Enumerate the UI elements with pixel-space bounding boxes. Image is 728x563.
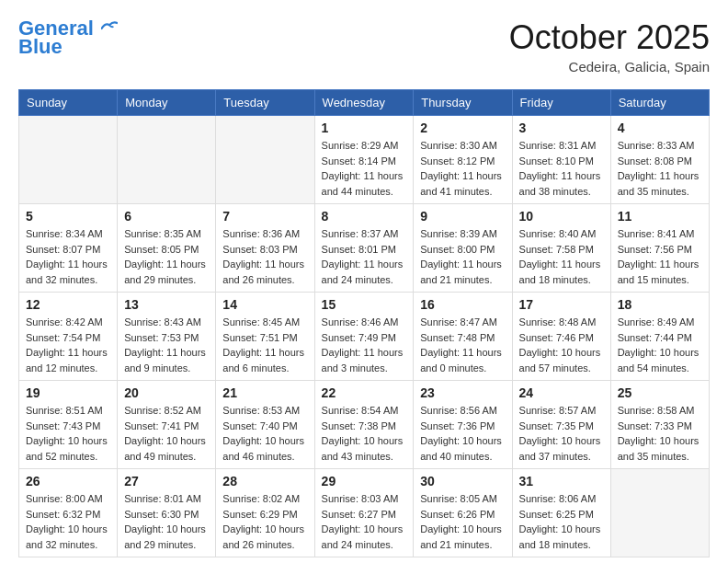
weekday-header-tuesday: Tuesday (216, 90, 314, 116)
day-info: Sunrise: 8:41 AM Sunset: 7:56 PM Dayligh… (618, 226, 702, 287)
calendar-cell: 1Sunrise: 8:29 AM Sunset: 8:14 PM Daylig… (314, 116, 414, 204)
calendar-cell: 13Sunrise: 8:43 AM Sunset: 7:53 PM Dayli… (118, 293, 216, 381)
weekday-header-row: SundayMondayTuesdayWednesdayThursdayFrid… (19, 90, 710, 116)
day-number: 12 (26, 297, 110, 312)
day-info: Sunrise: 8:52 AM Sunset: 7:41 PM Dayligh… (124, 403, 209, 464)
day-info: Sunrise: 8:39 AM Sunset: 8:00 PM Dayligh… (420, 226, 505, 287)
weekday-header-saturday: Saturday (610, 90, 709, 116)
day-info: Sunrise: 8:35 AM Sunset: 8:05 PM Dayligh… (124, 226, 209, 287)
calendar-cell: 15Sunrise: 8:46 AM Sunset: 7:49 PM Dayli… (314, 293, 414, 381)
day-number: 8 (322, 209, 407, 224)
calendar-cell: 16Sunrise: 8:47 AM Sunset: 7:48 PM Dayli… (414, 293, 512, 381)
calendar-cell: 20Sunrise: 8:52 AM Sunset: 7:41 PM Dayli… (118, 381, 216, 469)
day-info: Sunrise: 8:57 AM Sunset: 7:35 PM Dayligh… (519, 403, 604, 464)
day-info: Sunrise: 8:42 AM Sunset: 7:54 PM Dayligh… (26, 315, 110, 375)
calendar-cell: 3Sunrise: 8:31 AM Sunset: 8:10 PM Daylig… (512, 116, 610, 204)
calendar-cell: 10Sunrise: 8:40 AM Sunset: 7:58 PM Dayli… (512, 204, 610, 293)
day-number: 7 (222, 209, 307, 224)
calendar-cell: 12Sunrise: 8:42 AM Sunset: 7:54 PM Dayli… (19, 293, 118, 381)
day-info: Sunrise: 8:45 AM Sunset: 7:51 PM Dayligh… (222, 315, 307, 375)
day-number: 31 (519, 474, 604, 488)
calendar-cell: 27Sunrise: 8:01 AM Sunset: 6:30 PM Dayli… (118, 469, 216, 557)
day-number: 23 (420, 385, 505, 400)
day-number: 16 (420, 297, 505, 312)
week-row-5: 26Sunrise: 8:00 AM Sunset: 6:32 PM Dayli… (19, 469, 710, 557)
day-number: 3 (519, 121, 604, 135)
week-row-2: 5Sunrise: 8:34 AM Sunset: 8:07 PM Daylig… (19, 204, 710, 293)
week-row-3: 12Sunrise: 8:42 AM Sunset: 7:54 PM Dayli… (19, 293, 710, 381)
day-number: 18 (618, 297, 702, 312)
day-number: 28 (222, 474, 307, 488)
calendar-cell: 8Sunrise: 8:37 AM Sunset: 8:01 PM Daylig… (314, 204, 414, 293)
day-info: Sunrise: 8:36 AM Sunset: 8:03 PM Dayligh… (222, 226, 307, 287)
day-info: Sunrise: 8:34 AM Sunset: 8:07 PM Dayligh… (26, 226, 110, 287)
day-number: 29 (322, 474, 407, 488)
day-number: 21 (222, 385, 307, 400)
calendar-cell: 6Sunrise: 8:35 AM Sunset: 8:05 PM Daylig… (118, 204, 216, 293)
weekday-header-thursday: Thursday (414, 90, 512, 116)
calendar-cell: 24Sunrise: 8:57 AM Sunset: 7:35 PM Dayli… (512, 381, 610, 469)
day-number: 1 (322, 121, 407, 135)
day-number: 30 (420, 474, 505, 488)
day-info: Sunrise: 8:30 AM Sunset: 8:12 PM Dayligh… (420, 138, 505, 199)
day-info: Sunrise: 8:58 AM Sunset: 7:33 PM Dayligh… (618, 403, 702, 464)
day-number: 11 (618, 209, 702, 224)
day-info: Sunrise: 8:31 AM Sunset: 8:10 PM Dayligh… (519, 138, 604, 199)
calendar-cell: 2Sunrise: 8:30 AM Sunset: 8:12 PM Daylig… (414, 116, 512, 204)
calendar-cell: 4Sunrise: 8:33 AM Sunset: 8:08 PM Daylig… (610, 116, 709, 204)
day-info: Sunrise: 8:40 AM Sunset: 7:58 PM Dayligh… (519, 226, 604, 287)
calendar-cell: 25Sunrise: 8:58 AM Sunset: 7:33 PM Dayli… (610, 381, 709, 469)
calendar-cell: 22Sunrise: 8:54 AM Sunset: 7:38 PM Dayli… (314, 381, 414, 469)
day-number: 2 (420, 121, 505, 135)
day-number: 24 (519, 385, 604, 400)
calendar-cell: 18Sunrise: 8:49 AM Sunset: 7:44 PM Dayli… (610, 293, 709, 381)
day-info: Sunrise: 8:51 AM Sunset: 7:43 PM Dayligh… (26, 403, 110, 464)
calendar-cell: 14Sunrise: 8:45 AM Sunset: 7:51 PM Dayli… (216, 293, 314, 381)
calendar-table: SundayMondayTuesdayWednesdayThursdayFrid… (18, 89, 710, 557)
day-number: 27 (124, 474, 209, 488)
day-number: 20 (124, 385, 209, 400)
day-info: Sunrise: 8:56 AM Sunset: 7:36 PM Dayligh… (420, 403, 505, 464)
logo-bird-icon (101, 20, 118, 33)
calendar-cell (610, 469, 709, 557)
day-info: Sunrise: 8:46 AM Sunset: 7:49 PM Dayligh… (322, 315, 407, 375)
calendar-cell: 28Sunrise: 8:02 AM Sunset: 6:29 PM Dayli… (216, 469, 314, 557)
calendar-cell: 31Sunrise: 8:06 AM Sunset: 6:25 PM Dayli… (512, 469, 610, 557)
day-info: Sunrise: 8:49 AM Sunset: 7:44 PM Dayligh… (618, 315, 702, 375)
month-title: October 2025 (509, 18, 710, 57)
calendar-cell: 23Sunrise: 8:56 AM Sunset: 7:36 PM Dayli… (414, 381, 512, 469)
day-number: 19 (26, 385, 110, 400)
calendar-cell: 9Sunrise: 8:39 AM Sunset: 8:00 PM Daylig… (414, 204, 512, 293)
day-info: Sunrise: 8:37 AM Sunset: 8:01 PM Dayligh… (322, 226, 407, 287)
calendar-cell (19, 116, 118, 204)
weekday-header-wednesday: Wednesday (314, 90, 414, 116)
week-row-1: 1Sunrise: 8:29 AM Sunset: 8:14 PM Daylig… (19, 116, 710, 204)
day-info: Sunrise: 8:43 AM Sunset: 7:53 PM Dayligh… (124, 315, 209, 375)
calendar-cell: 17Sunrise: 8:48 AM Sunset: 7:46 PM Dayli… (512, 293, 610, 381)
calendar-cell (118, 116, 216, 204)
page-header: General Blue October 2025 Cedeira, Galic… (18, 18, 710, 75)
day-info: Sunrise: 8:33 AM Sunset: 8:08 PM Dayligh… (618, 138, 702, 199)
day-info: Sunrise: 8:54 AM Sunset: 7:38 PM Dayligh… (322, 403, 407, 464)
day-info: Sunrise: 8:01 AM Sunset: 6:30 PM Dayligh… (124, 491, 209, 552)
calendar-cell: 7Sunrise: 8:36 AM Sunset: 8:03 PM Daylig… (216, 204, 314, 293)
calendar-cell (216, 116, 314, 204)
calendar-cell: 21Sunrise: 8:53 AM Sunset: 7:40 PM Dayli… (216, 381, 314, 469)
title-block: October 2025 Cedeira, Galicia, Spain (509, 18, 710, 75)
day-info: Sunrise: 8:02 AM Sunset: 6:29 PM Dayligh… (222, 491, 307, 552)
day-info: Sunrise: 8:53 AM Sunset: 7:40 PM Dayligh… (222, 403, 307, 464)
calendar-cell: 30Sunrise: 8:05 AM Sunset: 6:26 PM Dayli… (414, 469, 512, 557)
day-number: 5 (26, 209, 110, 224)
day-number: 4 (618, 121, 702, 135)
day-number: 9 (420, 209, 505, 224)
day-info: Sunrise: 8:05 AM Sunset: 6:26 PM Dayligh… (420, 491, 505, 552)
day-info: Sunrise: 8:48 AM Sunset: 7:46 PM Dayligh… (519, 315, 604, 375)
logo: General Blue (18, 18, 118, 59)
calendar-cell: 26Sunrise: 8:00 AM Sunset: 6:32 PM Dayli… (19, 469, 118, 557)
location-text: Cedeira, Galicia, Spain (509, 59, 710, 75)
day-info: Sunrise: 8:03 AM Sunset: 6:27 PM Dayligh… (322, 491, 407, 552)
day-number: 15 (322, 297, 407, 312)
calendar-cell: 29Sunrise: 8:03 AM Sunset: 6:27 PM Dayli… (314, 469, 414, 557)
day-number: 26 (26, 474, 110, 488)
day-number: 17 (519, 297, 604, 312)
